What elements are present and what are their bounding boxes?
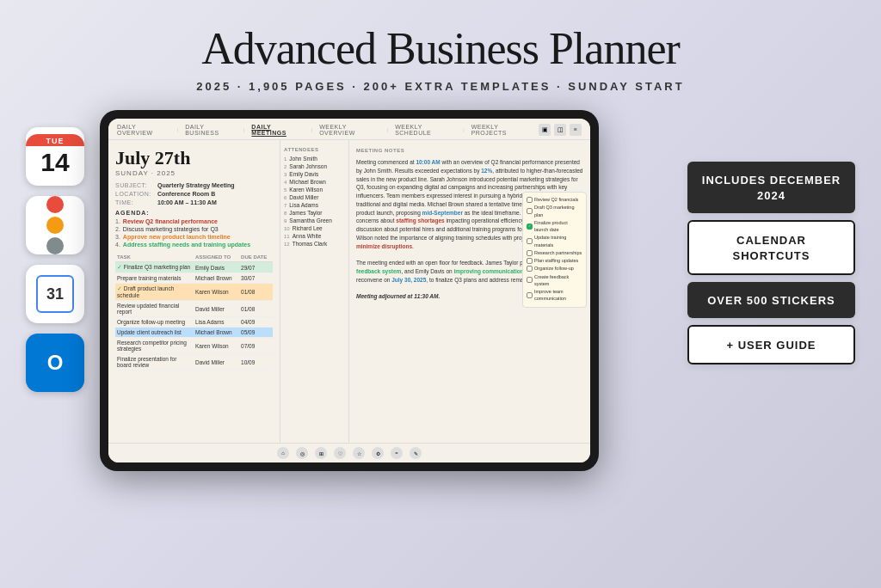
task-name: Finalize presentation for board review — [115, 354, 194, 371]
nav-btn-3[interactable]: ≡ — [570, 124, 582, 136]
attendee-row: 5Karen Wilson — [284, 187, 345, 193]
checklist-item: Plan staffing updates — [527, 257, 582, 264]
task-due: 01/08 — [239, 301, 273, 317]
tablet-container: DAILY OVERVIEW | DAILY BUSINESS | DAILY … — [100, 110, 672, 471]
bottom-icon-6[interactable]: ⚙ — [372, 447, 384, 459]
check-label: Organize follow-up — [534, 265, 574, 272]
bottom-icon-8[interactable]: ✎ — [410, 447, 422, 459]
checkbox[interactable] — [527, 258, 533, 264]
task-due: 30/07 — [239, 273, 273, 284]
outlook-label: O — [47, 351, 64, 375]
nav-btn-1[interactable]: ▣ — [539, 124, 551, 136]
check-label: Research partnerships — [534, 249, 582, 256]
nav-weekly-overview[interactable]: WEEKLY OVERVIEW — [319, 124, 380, 136]
bottom-icon-1[interactable]: ⌂ — [277, 447, 289, 459]
checkbox[interactable] — [527, 277, 533, 283]
attendee-row: 7Lisa Adams — [284, 202, 345, 208]
attendee-row: 11Anna White — [284, 233, 345, 239]
check-label: Improve team communication — [534, 288, 582, 303]
checklist-item: Create feedback system — [527, 273, 582, 288]
checkbox[interactable] — [527, 197, 533, 203]
bottom-icon-4[interactable]: ♡ — [334, 447, 346, 459]
check-label: Plan staffing updates — [534, 257, 578, 264]
nav-btn-2[interactable]: ◫ — [554, 124, 566, 136]
check-label: Update training materials — [534, 234, 582, 248]
agenda-label: AGENDA: — [115, 210, 273, 216]
calendar-date: 14 — [40, 146, 69, 179]
agenda-item-1: 1.Review Q2 financial performance — [115, 218, 273, 224]
badge-december-text: INCLUDES DECEMBER 2024 — [702, 174, 841, 202]
attendee-name: Samantha Green — [289, 217, 332, 224]
checkbox[interactable] — [527, 238, 533, 244]
checklist-item: Draft Q3 marketing plan — [527, 204, 582, 218]
subject-value: Quarterly Strategy Meeting — [157, 182, 234, 188]
task-person: David Miller — [194, 301, 239, 317]
badge-stickers: OVER 500 STICKERS — [687, 282, 855, 318]
notes-panel: MEETING NOTES Meeting commenced at 10:00… — [349, 140, 590, 443]
attendee-name: Lisa Adams — [289, 202, 318, 208]
task-name: Research competitor pricing strategies — [115, 338, 194, 354]
nav-weekly-schedule[interactable]: WEEKLY SCHEDULE — [395, 124, 456, 136]
table-row: Update client outreach list Michael Brow… — [115, 328, 273, 338]
bottom-icon-2[interactable]: ◎ — [296, 447, 308, 459]
agenda-item-3: 3.Approve new product launch timeline — [115, 234, 273, 240]
attendees-panel: ATTENDEES 1John Smith2Sarah Johnson3Emil… — [280, 140, 349, 443]
task-due: 10/09 — [239, 354, 273, 371]
col-task: TASK — [115, 253, 194, 262]
checklist-item: Update training materials — [527, 234, 582, 248]
attendee-row: 4Michael Brown — [284, 179, 345, 185]
task-name: ✓ Draft product launch schedule — [115, 284, 194, 301]
tasks-table: TASK ASSIGNED TO DUE DATE ✓ Finalize Q3 … — [115, 253, 273, 371]
checklist-item: Review Q2 financials — [527, 196, 582, 203]
task-person: Karen Wilson — [194, 284, 239, 301]
agenda-item-2: 2.Discuss marketing strategies for Q3 — [115, 226, 273, 232]
bottom-icon-3[interactable]: ⊞ — [315, 447, 327, 459]
badge-guide-text: + USER GUIDE — [726, 339, 816, 352]
nav-daily-meetings[interactable]: DAILY MEETINGS — [251, 124, 304, 136]
checkbox[interactable] — [527, 250, 533, 256]
nav-weekly-projects[interactable]: WEEKLY PROJECTS — [471, 124, 532, 136]
badge-calendar-text: CALENDAR SHORTCUTS — [733, 234, 810, 262]
outlook-icon[interactable]: O — [26, 334, 84, 392]
bottom-icon-7[interactable]: ≡ — [391, 447, 403, 459]
check-label: Finalize product launch date — [534, 219, 582, 234]
task-person: Emily Davis — [194, 262, 239, 273]
calendar-day: TUE — [26, 134, 84, 146]
task-person: Lisa Adams — [194, 317, 239, 328]
gcal-icon[interactable]: 31 — [26, 265, 84, 323]
location-label: LOCATION: — [115, 191, 154, 197]
checklist-item: ✓Finalize product launch date — [527, 219, 582, 234]
nav-daily-business[interactable]: DAILY BUSINESS — [185, 124, 237, 136]
attendee-row: 6David Miller — [284, 194, 345, 200]
checkbox[interactable] — [527, 292, 533, 298]
checklist-item: Organize follow-up — [527, 265, 582, 272]
task-person: Michael Brown — [194, 273, 239, 284]
table-row: ✓ Draft product launch schedule Karen Wi… — [115, 284, 273, 301]
bottom-icon-5[interactable]: ☆ — [353, 447, 365, 459]
left-panel: July 27th SUNDAY · 2025 SUBJECT: Quarter… — [108, 140, 280, 443]
task-person: David Miller — [194, 354, 239, 371]
calendar-icon[interactable]: TUE 14 — [26, 127, 84, 186]
tablet-device: DAILY OVERVIEW | DAILY BUSINESS | DAILY … — [100, 110, 599, 471]
attendee-row: 8James Taylor — [284, 210, 345, 216]
badge-stickers-text: OVER 500 STICKERS — [707, 294, 835, 307]
nav-daily-overview[interactable]: DAILY OVERVIEW — [117, 124, 170, 136]
checkbox[interactable]: ✓ — [527, 224, 533, 230]
time-value: 10:00 AM – 11:30 AM — [157, 199, 217, 205]
badge-calendar: CALENDAR SHORTCUTS — [687, 220, 855, 275]
check-label: Draft Q3 marketing plan — [534, 204, 582, 218]
table-row: ✓ Finalize Q3 marketing plan Emily Davis… — [115, 262, 273, 273]
checkbox[interactable] — [527, 208, 533, 214]
notes-label: MEETING NOTES — [356, 147, 583, 155]
table-row: Prepare training materials Michael Brown… — [115, 273, 273, 284]
reminders-icon[interactable] — [26, 196, 84, 254]
check-label: Create feedback system — [534, 273, 582, 288]
checkbox[interactable] — [527, 266, 533, 272]
table-row: Review updated financial report David Mi… — [115, 301, 273, 317]
task-due: 29/07 — [239, 262, 273, 273]
attendee-name: James Taylor — [289, 210, 322, 216]
attendee-row: 1John Smith — [284, 156, 345, 162]
table-row: Research competitor pricing strategies K… — [115, 338, 273, 354]
main-title: Advanced Business Planner — [0, 24, 881, 73]
left-icons: TUE 14 31 O — [26, 110, 84, 392]
